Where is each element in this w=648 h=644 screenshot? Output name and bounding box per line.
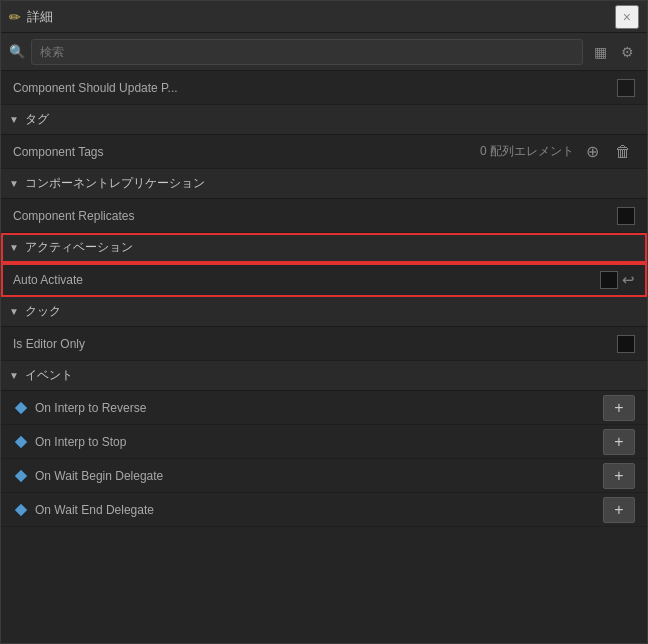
auto-activate-label: Auto Activate [13,273,600,287]
add-component-tag-button[interactable]: ⊕ [582,142,603,162]
component-tags-label: Component Tags [13,145,480,159]
events-section-title: イベント [25,367,73,384]
on-wait-end-delegate-value: + [603,497,635,523]
section-header-replication[interactable]: ▼ コンポーネントレプリケーション [1,169,647,199]
component-replicates-checkbox[interactable] [617,207,635,225]
delete-component-tag-button[interactable]: 🗑 [611,142,635,162]
diamond-icon-2 [13,434,29,450]
diamond-icon-4 [13,502,29,518]
add-on-interp-to-reverse-button[interactable]: + [603,395,635,421]
diamond-icon-1 [13,400,29,416]
component-update-checkbox[interactable] [617,79,635,97]
component-replicates-value [617,207,635,225]
on-wait-begin-delegate-label: On Wait Begin Delegate [13,468,603,484]
on-wait-end-delegate-row: On Wait End Delegate + [1,493,647,527]
component-tags-array-count: 0 配列エレメント [480,143,574,160]
click-arrow-icon: ▼ [9,306,19,317]
pencil-icon: ✏ [9,9,21,25]
is-editor-only-value [617,335,635,353]
component-replicates-label: Component Replicates [13,209,617,223]
on-interp-to-reverse-value: + [603,395,635,421]
is-editor-only-checkbox[interactable] [617,335,635,353]
component-tags-row: Component Tags 0 配列エレメント ⊕ 🗑 [1,135,647,169]
add-on-wait-begin-delegate-button[interactable]: + [603,463,635,489]
events-arrow-icon: ▼ [9,370,19,381]
component-replicates-row: Component Replicates [1,199,647,233]
on-wait-begin-delegate-row: On Wait Begin Delegate + [1,459,647,493]
add-on-wait-end-delegate-button[interactable]: + [603,497,635,523]
is-editor-only-row: Is Editor Only [1,327,647,361]
close-button[interactable]: × [615,5,639,29]
replication-arrow-icon: ▼ [9,178,19,189]
title-bar: ✏ 詳細 × [1,1,647,33]
section-header-tags[interactable]: ▼ タグ [1,105,647,135]
replication-section-title: コンポーネントレプリケーション [25,175,205,192]
section-header-activation[interactable]: ▼ アクティベーション [1,233,647,263]
activation-section-title: アクティベーション [25,239,133,256]
component-update-row: Component Should Update P... [1,71,647,105]
section-header-click[interactable]: ▼ クック [1,297,647,327]
grid-view-button[interactable]: ▦ [589,42,612,62]
component-update-value [617,79,635,97]
auto-activate-checkbox[interactable] [600,271,618,289]
on-wait-end-delegate-label: On Wait End Delegate [13,502,603,518]
on-interp-to-stop-label: On Interp to Stop [13,434,603,450]
section-header-events[interactable]: ▼ イベント [1,361,647,391]
svg-marker-3 [15,504,27,516]
on-interp-to-stop-value: + [603,429,635,455]
settings-button[interactable]: ⚙ [616,42,639,62]
search-icon: 🔍 [9,44,25,59]
toolbar: 🔍 ▦ ⚙ [1,33,647,71]
auto-activate-row: Auto Activate ↩ [1,263,647,297]
search-input[interactable] [31,39,583,65]
details-window: ✏ 詳細 × 🔍 ▦ ⚙ Component Should Update P..… [0,0,648,644]
on-wait-begin-delegate-value: + [603,463,635,489]
diamond-icon-3 [13,468,29,484]
svg-marker-1 [15,436,27,448]
on-interp-to-reverse-label: On Interp to Reverse [13,400,603,416]
svg-marker-0 [15,402,27,414]
properties-content: Component Should Update P... ▼ タグ Compon… [1,71,647,643]
tags-section-title: タグ [25,111,49,128]
click-section-title: クック [25,303,61,320]
activation-arrow-icon: ▼ [9,242,19,253]
on-interp-to-stop-row: On Interp to Stop + [1,425,647,459]
add-on-interp-to-stop-button[interactable]: + [603,429,635,455]
is-editor-only-label: Is Editor Only [13,337,617,351]
tags-arrow-icon: ▼ [9,114,19,125]
svg-marker-2 [15,470,27,482]
undo-icon[interactable]: ↩ [622,271,635,289]
component-tags-value: 0 配列エレメント ⊕ 🗑 [480,142,635,162]
on-interp-to-reverse-row: On Interp to Reverse + [1,391,647,425]
component-update-label: Component Should Update P... [13,81,617,95]
window-title: 詳細 [27,8,615,26]
auto-activate-value: ↩ [600,271,635,289]
toolbar-icons: ▦ ⚙ [589,42,639,62]
